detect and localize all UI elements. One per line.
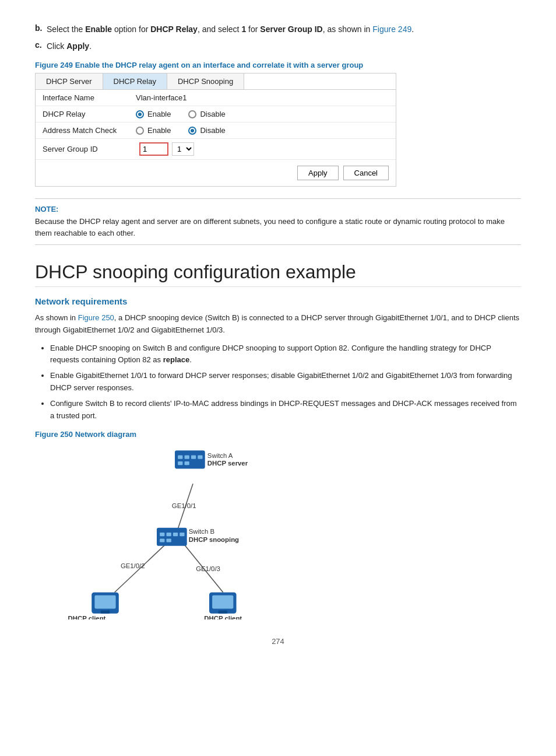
body-paragraph: As shown in Figure 250, a DHCP snooping … — [35, 312, 521, 337]
tab-dhcp-snooping[interactable]: DHCP Snooping — [167, 74, 244, 89]
figure249-link[interactable]: Figure 249 — [372, 24, 411, 34]
client-left-label: DHCP client — [68, 615, 106, 620]
server-group-row: Server Group ID 1 2 3 — [36, 139, 396, 159]
network-diagram: GE1/0/1 GE1/0/2 GE1/0/3 Switch A DHCP se… — [58, 444, 291, 620]
diagram-svg: GE1/0/1 GE1/0/2 GE1/0/3 Switch A DHCP se… — [58, 444, 291, 620]
dhcp-buttons: Apply Cancel — [36, 159, 396, 186]
switch-b-port6 — [167, 539, 171, 542]
requirements-list: Enable DHCP snooping on Switch B and con… — [35, 342, 521, 422]
client-left-screen — [94, 596, 115, 609]
address-match-enable-group[interactable]: Enable — [136, 126, 171, 135]
address-match-enable-label: Enable — [147, 126, 171, 135]
server-group-select[interactable]: 1 2 3 — [172, 142, 194, 156]
bullet-3: Configure Switch B to record clients' IP… — [50, 398, 521, 422]
dhcp-relay-row: DHCP Relay Enable Disable — [36, 106, 396, 123]
address-match-disable-label: Disable — [200, 126, 225, 135]
address-match-enable-radio[interactable] — [136, 127, 144, 135]
interface-name-row: Interface Name Vlan-interface1 — [36, 90, 396, 106]
step-c-label: c. — [35, 40, 43, 52]
bullet-2: Enable GigabitEthernet 1/0/1 to forward … — [50, 370, 521, 394]
section-heading: DHCP snooping configuration example — [35, 261, 521, 287]
note-label: NOTE: — [35, 205, 521, 214]
switch-b-port5 — [160, 539, 164, 542]
dhcp-relay-disable-label: Disable — [200, 110, 225, 118]
dhcp-relay-disable-radio[interactable] — [188, 110, 196, 118]
switch-a-label: Switch A — [207, 452, 233, 459]
bullet-1: Enable DHCP snooping on Switch B and con… — [50, 342, 521, 367]
ge101-label: GE1/0/1 — [172, 502, 196, 509]
client-right-icon — [209, 593, 237, 614]
subsection-heading: Network requirements — [35, 296, 521, 306]
step-c: c. Click Apply. — [35, 40, 521, 52]
switch-a-port4 — [198, 456, 202, 459]
figure250-caption: Figure 250 Network diagram — [35, 430, 521, 439]
switch-a-port5 — [178, 461, 182, 465]
switch-b-port3 — [173, 533, 178, 536]
switch-b-icon — [157, 528, 187, 546]
dhcp-relay-disable-group[interactable]: Disable — [188, 110, 225, 118]
note-text: Because the DHCP relay agent and server … — [35, 216, 521, 239]
switch-b-port4 — [180, 533, 184, 536]
dhcp-relay-enable-label: Enable — [147, 110, 171, 118]
figure249-caption: Figure 249 Enable the DHCP relay agent o… — [35, 61, 521, 69]
client-right-screen — [212, 596, 233, 609]
switch-b-sublabel: DHCP snooping — [189, 536, 239, 543]
interface-name-value: Vlan-interface1 — [136, 93, 389, 102]
dhcp-tabs: DHCP Server DHCP Relay DHCP Snooping — [36, 74, 396, 90]
server-group-input[interactable] — [139, 142, 168, 156]
switch-b-body — [157, 528, 187, 546]
client-left-base — [101, 611, 110, 614]
address-match-label: Address Match Check — [43, 126, 136, 135]
page-number: 274 — [35, 637, 521, 646]
client-left-icon — [92, 593, 119, 614]
figure250-link[interactable]: Figure 250 — [78, 313, 114, 322]
ge103-label: GE1/0/3 — [196, 566, 220, 573]
dhcp-relay-enable-radio[interactable] — [136, 110, 144, 118]
switch-a-body — [175, 451, 205, 469]
switch-b-port1 — [160, 533, 164, 536]
step-b: b. Select the Enable option for DHCP Rel… — [35, 23, 521, 36]
switch-b-port2 — [167, 533, 171, 536]
switch-b-label: Switch B — [189, 528, 214, 535]
interface-name-label: Interface Name — [43, 93, 136, 102]
dhcp-relay-enable-group[interactable]: Enable — [136, 110, 171, 118]
switch-a-icon — [175, 451, 205, 469]
client-right-base — [218, 611, 227, 614]
interface-name-text: Vlan-interface1 — [136, 93, 186, 102]
step-b-text: Select the Enable option for DHCP Relay,… — [47, 23, 414, 36]
note-box: NOTE: Because the DHCP relay agent and s… — [35, 198, 521, 245]
address-match-disable-radio[interactable] — [188, 127, 196, 135]
step-b-label: b. — [35, 23, 43, 36]
dhcp-relay-options: Enable Disable — [136, 110, 389, 118]
step-c-text: Click Apply. — [47, 40, 92, 52]
address-match-options: Enable Disable — [136, 126, 389, 135]
dhcp-panel: DHCP Server DHCP Relay DHCP Snooping Int… — [35, 73, 396, 187]
switch-a-port3 — [191, 456, 196, 459]
tab-dhcp-relay[interactable]: DHCP Relay — [103, 74, 167, 89]
tab-dhcp-server[interactable]: DHCP Server — [36, 74, 103, 89]
ge102-label: GE1/0/2 — [121, 562, 145, 569]
client-right-label: DHCP client — [204, 615, 242, 620]
steps-section: b. Select the Enable option for DHCP Rel… — [35, 23, 521, 52]
server-group-label: Server Group ID — [43, 145, 136, 153]
cancel-button[interactable]: Cancel — [343, 166, 389, 180]
apply-button[interactable]: Apply — [297, 166, 339, 180]
address-match-row: Address Match Check Enable Disable — [36, 123, 396, 139]
switch-a-sublabel: DHCP server — [207, 460, 248, 467]
switch-a-port2 — [185, 456, 189, 459]
switch-a-port6 — [185, 461, 189, 465]
switch-a-port1 — [178, 456, 182, 459]
address-match-disable-group[interactable]: Disable — [188, 126, 225, 135]
dhcp-relay-label: DHCP Relay — [43, 110, 136, 118]
dhcp-body: Interface Name Vlan-interface1 DHCP Rela… — [36, 90, 396, 186]
